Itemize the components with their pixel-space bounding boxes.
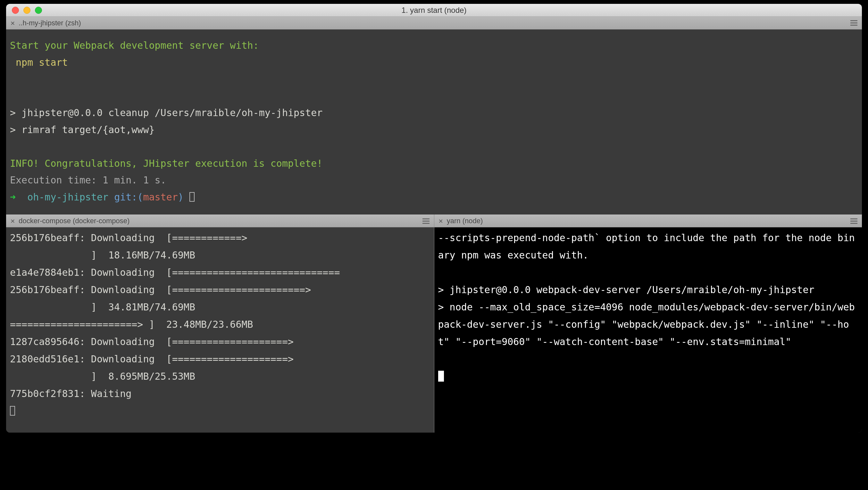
prompt-git: git:( [114, 191, 143, 203]
output-line: ] 34.81MB/74.69MB [10, 301, 195, 313]
output-line: Start your Webpack development server wi… [10, 40, 259, 51]
output-line: Execution time: 1 min. 1 s. [10, 175, 166, 186]
cursor-icon [438, 371, 444, 381]
window-title: 1. yarn start (node) [6, 6, 862, 15]
output-line: ] 8.695MB/25.53MB [10, 371, 195, 382]
tab-bar-top: ✕ ..h-my-jhipster (zsh) [6, 17, 862, 30]
output-line: 775b0cf2f831: Waiting [10, 388, 131, 399]
tab-label-top[interactable]: ..h-my-jhipster (zsh) [19, 19, 81, 27]
output-line: ======================> ] 23.48MB/23.66M… [10, 319, 253, 330]
output-line: 2180edd516e1: Downloading [=============… [10, 354, 293, 365]
terminal-pane-right: ✕ yarn (node) --scripts-prepend-node-pat… [434, 215, 862, 433]
prompt-dir: oh-my-jhipster [27, 191, 108, 203]
terminal-window: 1. yarn start (node) ✕ ..h-my-jhipster (… [6, 4, 862, 433]
output-text: --scripts-prepend-node-path` option to i… [438, 232, 855, 347]
terminal-pane-top[interactable]: Start your Webpack development server wi… [6, 30, 862, 215]
pane-body-left[interactable]: 256b176beaff: Downloading [============>… [6, 227, 434, 433]
tab-label-left[interactable]: docker-compose (docker-compose) [19, 217, 129, 225]
prompt-line: ➜ oh-my-jhipster git:(master) [10, 191, 194, 203]
output-line: > rimraf target/{aot,www} [10, 124, 155, 135]
arrow-icon: ➜ [10, 191, 16, 203]
cursor-icon [10, 406, 15, 416]
close-tab-icon[interactable]: ✕ [10, 20, 15, 27]
output-line: INFO! Congratulations, JHipster executio… [10, 158, 322, 169]
output-line: npm start [10, 57, 68, 68]
close-tab-icon[interactable]: ✕ [10, 217, 15, 224]
prompt-branch: master [143, 191, 178, 203]
output-line: 256b176beaff: Downloading [=============… [10, 284, 311, 295]
output-line: ] 18.16MB/74.69MB [10, 249, 195, 261]
output-line: e1a4e7884eb1: Downloading [=============… [10, 267, 340, 278]
output-line: 256b176beaff: Downloading [============> [10, 232, 247, 243]
pane-header-right: ✕ yarn (node) [434, 215, 862, 227]
hamburger-icon[interactable] [850, 218, 858, 224]
split-panes: ✕ docker-compose (docker-compose) 256b17… [6, 215, 862, 433]
pane-header-left: ✕ docker-compose (docker-compose) [6, 215, 434, 227]
pane-body-right[interactable]: --scripts-prepend-node-path` option to i… [434, 227, 862, 433]
window-titlebar[interactable]: 1. yarn start (node) [6, 4, 862, 17]
cursor-icon [189, 192, 194, 202]
output-line: > jhipster@0.0.0 cleanup /Users/mraible/… [10, 107, 322, 118]
hamburger-icon[interactable] [850, 20, 858, 26]
hamburger-icon[interactable] [423, 218, 430, 224]
output-line: 1287ca895646: Downloading [=============… [10, 336, 293, 347]
terminal-pane-left: ✕ docker-compose (docker-compose) 256b17… [6, 215, 434, 433]
close-tab-icon[interactable]: ✕ [439, 217, 443, 224]
prompt-close: ) [178, 191, 184, 203]
tab-label-right[interactable]: yarn (node) [447, 217, 483, 225]
